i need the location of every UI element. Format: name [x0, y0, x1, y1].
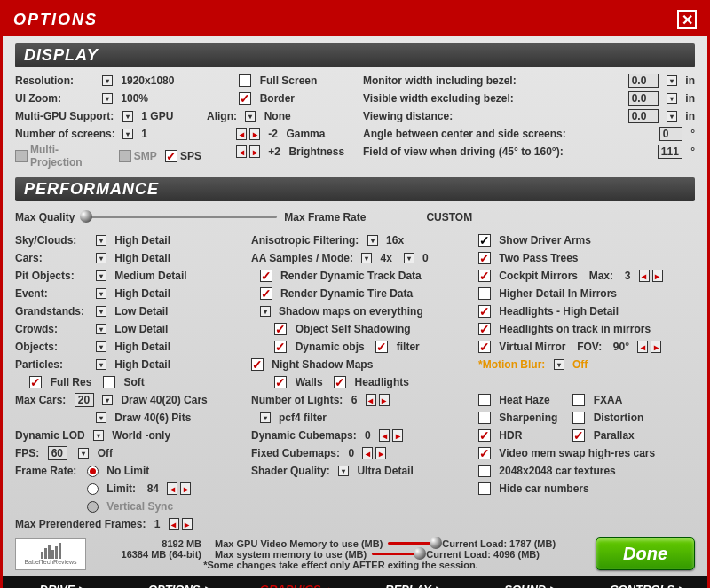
angle-value[interactable]: 0: [659, 127, 682, 141]
rdtire-cb[interactable]: [260, 287, 272, 300]
close-button[interactable]: ✕: [677, 10, 697, 29]
parallax-cb[interactable]: [572, 429, 585, 442]
vis-width-unit-dd[interactable]: ▾: [667, 93, 677, 104]
hidecar-cb[interactable]: [478, 482, 491, 495]
objself-cb[interactable]: [274, 323, 287, 335]
maxcars-value[interactable]: 20: [75, 393, 94, 407]
aniso-dd[interactable]: ▾: [367, 235, 378, 246]
cockpit-up[interactable]: [652, 270, 663, 282]
sps-checkbox[interactable]: [165, 150, 178, 162]
soft-label: Soft: [123, 376, 144, 388]
grand-value: Low Detail: [114, 305, 168, 318]
framerate-limit-label: Limit:: [106, 482, 136, 495]
cars-dd[interactable]: ▾: [96, 253, 106, 263]
framerate-nolimit-radio[interactable]: [87, 466, 99, 477]
crowds-dd[interactable]: ▾: [96, 324, 106, 334]
multigpu-dropdown[interactable]: ▾: [122, 111, 133, 122]
pit-dd[interactable]: ▾: [96, 270, 106, 281]
vis-width-value[interactable]: 0.0: [628, 91, 659, 106]
fullres-checkbox[interactable]: [29, 376, 42, 388]
headtrack-cb[interactable]: [478, 323, 491, 335]
multigpu-label: Multi-GPU Support:: [15, 110, 120, 122]
tab-controls[interactable]: CONTROLS▶: [589, 577, 706, 588]
done-button[interactable]: Done: [596, 537, 695, 570]
uizoom-dropdown[interactable]: ▾: [102, 93, 113, 104]
sharpen-cb[interactable]: [478, 412, 491, 424]
gamma-down[interactable]: [236, 128, 247, 140]
pcf4-dd[interactable]: ▾: [260, 412, 271, 423]
fixedcube-up[interactable]: [375, 447, 386, 459]
tab-replay[interactable]: REPLAY▶: [355, 577, 471, 588]
tab-sound[interactable]: SOUND▶: [472, 577, 588, 588]
limit-down[interactable]: [167, 482, 178, 495]
event-dd[interactable]: ▾: [96, 288, 106, 299]
nightshadow-cb[interactable]: [251, 358, 264, 371]
quality-slider[interactable]: [82, 216, 277, 218]
soft-checkbox[interactable]: [103, 376, 115, 388]
rdtrack-cb[interactable]: [260, 270, 272, 282]
numlights-up[interactable]: [379, 394, 390, 406]
dynlod-dd[interactable]: ▾: [93, 430, 104, 441]
sky-dd[interactable]: ▾: [96, 235, 106, 246]
driverarms-cb[interactable]: [478, 234, 491, 247]
higherdetail-cb[interactable]: [478, 287, 491, 300]
walls-cb[interactable]: [274, 376, 287, 388]
screens-dropdown[interactable]: ▾: [122, 129, 133, 139]
virtmirror-cb[interactable]: [478, 341, 491, 353]
shadowmaps-dd[interactable]: ▾: [260, 306, 271, 317]
sys-mem-slider[interactable]: [372, 553, 421, 555]
aa-s-dd[interactable]: ▾: [361, 253, 372, 263]
gpu-mem-slider[interactable]: [388, 542, 437, 545]
hdr-cb[interactable]: [478, 429, 491, 442]
heathaze-cb[interactable]: [478, 394, 491, 406]
prerender-up[interactable]: [182, 518, 193, 530]
tab-options[interactable]: OPTIONS▶: [122, 577, 238, 588]
motionblur-dd[interactable]: ▾: [554, 359, 564, 370]
bright-down[interactable]: [236, 145, 247, 158]
cockpit-down[interactable]: [639, 270, 650, 282]
dyncube-down[interactable]: [379, 429, 390, 442]
gpu-mem-label: Max GPU Video Memory to use (MB): [215, 538, 383, 549]
headlights-cb[interactable]: [334, 376, 346, 388]
particles-dd[interactable]: ▾: [96, 359, 106, 370]
vidswap-cb[interactable]: [478, 447, 491, 459]
gamma-up[interactable]: [249, 128, 260, 140]
cartex-cb[interactable]: [478, 465, 491, 477]
virtfov-up[interactable]: [651, 341, 661, 353]
mon-width-value[interactable]: 0.0: [628, 74, 659, 88]
twopass-cb[interactable]: [478, 252, 491, 264]
fps-off-dd[interactable]: ▾: [78, 448, 89, 459]
fullscreen-checkbox[interactable]: [239, 74, 251, 87]
dyncube-up[interactable]: [392, 429, 403, 442]
fixedcube-down[interactable]: [362, 447, 373, 459]
prerender-down[interactable]: [169, 518, 179, 530]
objects-dd[interactable]: ▾: [96, 341, 106, 352]
grand-dd[interactable]: ▾: [96, 306, 106, 317]
cockpit-cb[interactable]: [478, 270, 491, 282]
align-dropdown[interactable]: ▾: [245, 111, 256, 122]
filter-cb[interactable]: [375, 341, 388, 353]
view-dist-unit-dd[interactable]: ▾: [667, 111, 677, 122]
tab-drive[interactable]: DRIVE▶: [4, 577, 121, 588]
framerate-limit-radio[interactable]: [87, 483, 99, 495]
virtfov-down[interactable]: [637, 341, 648, 353]
distortion-cb[interactable]: [572, 412, 585, 424]
drawcars-dd[interactable]: ▾: [102, 395, 113, 405]
headlightshd-cb[interactable]: [478, 305, 491, 318]
limit-up[interactable]: [180, 482, 191, 495]
fps-value[interactable]: 60: [48, 446, 67, 460]
shaderq-label: Shader Quality:: [251, 465, 330, 477]
resolution-dropdown[interactable]: ▾: [102, 75, 113, 86]
drawpits-dd[interactable]: ▾: [96, 412, 106, 423]
fov-value[interactable]: 111: [658, 145, 682, 159]
aa-m-dd[interactable]: ▾: [404, 253, 414, 263]
border-checkbox[interactable]: [239, 92, 251, 105]
bright-up[interactable]: [249, 145, 260, 158]
shaderq-dd[interactable]: ▾: [338, 466, 349, 476]
tab-graphics[interactable]: GRAPHICS▲: [239, 577, 355, 588]
fxaa-cb[interactable]: [572, 394, 585, 406]
view-dist-value[interactable]: 0.0: [628, 109, 659, 123]
dynobjs-cb[interactable]: [274, 341, 287, 353]
mon-width-unit-dd[interactable]: ▾: [667, 75, 677, 86]
numlights-down[interactable]: [366, 394, 376, 406]
